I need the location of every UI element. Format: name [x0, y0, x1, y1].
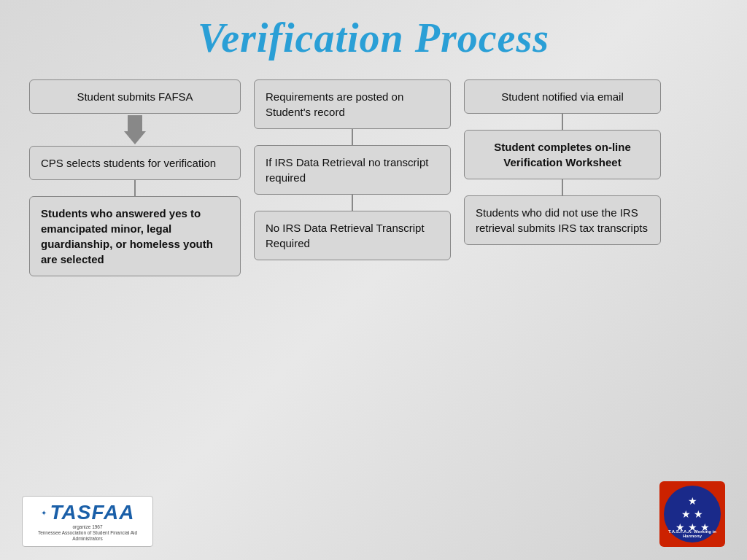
tn-badge-label: T.A.S.F.A.A: Working in Harmony: [664, 529, 721, 538]
arrow-1-2: [124, 115, 146, 144]
flowchart: Student submits FAFSA CPS selects studen…: [22, 79, 725, 276]
star-row-mid: ★ ★: [681, 508, 703, 520]
column-3: Student notified via email Student compl…: [464, 79, 661, 245]
connector-v-2a: [352, 129, 353, 145]
star-2: ★: [681, 508, 691, 520]
tasfaa-tagline: organize 1967 Tennessee Association of S…: [30, 524, 145, 541]
box-student-notified: Student notified via email: [464, 79, 661, 114]
tasfaa-star-icon: ✦: [41, 509, 47, 517]
box-no-irs-retrieval: No IRS Data Retrieval Transcript Require…: [254, 211, 451, 260]
box-student-completes: Student completes on-line Verification W…: [464, 130, 661, 179]
box-cps-selects: CPS selects students for verification: [29, 146, 241, 180]
column-1: Student submits FAFSA CPS selects studen…: [29, 79, 241, 276]
tasfaa-name: TASFAA: [50, 501, 135, 524]
box-requirements-posted: Requirements are posted on Student's rec…: [254, 79, 451, 129]
star-1: ★: [688, 495, 697, 507]
tn-badge-inner: ★ ★ ★ ★ ★ ★ T.A.S.F.A.A: Working in Harm…: [664, 486, 721, 542]
box-students-answered: Students who answered yes to emancipated…: [29, 196, 241, 276]
tasfaa-logo: ✦ TASFAA organize 1967 Tennessee Associa…: [22, 496, 153, 547]
connector-v-2b: [352, 195, 353, 211]
connector-v-1: [134, 180, 136, 196]
tn-stars: ★ ★ ★ ★ ★ ★: [676, 495, 710, 533]
star-row-top: ★: [688, 495, 697, 507]
box-irs-no-transcript: If IRS Data Retrieval no transcript requ…: [254, 145, 451, 195]
column-2: Requirements are posted on Student's rec…: [254, 79, 451, 260]
slide: Verification Process Student submits FAF…: [0, 0, 747, 560]
star-3: ★: [694, 508, 703, 520]
page-title: Verification Process: [22, 15, 725, 61]
box-student-submits-fafsa: Student submits FAFSA: [29, 79, 241, 114]
tn-badge: ★ ★ ★ ★ ★ ★ T.A.S.F.A.A: Working in Harm…: [659, 481, 725, 547]
connector-v-3b: [562, 179, 563, 195]
connector-v-3a: [562, 114, 563, 130]
svg-marker-0: [124, 115, 146, 144]
box-students-did-not-use: Students who did not use the IRS retriev…: [464, 195, 661, 245]
